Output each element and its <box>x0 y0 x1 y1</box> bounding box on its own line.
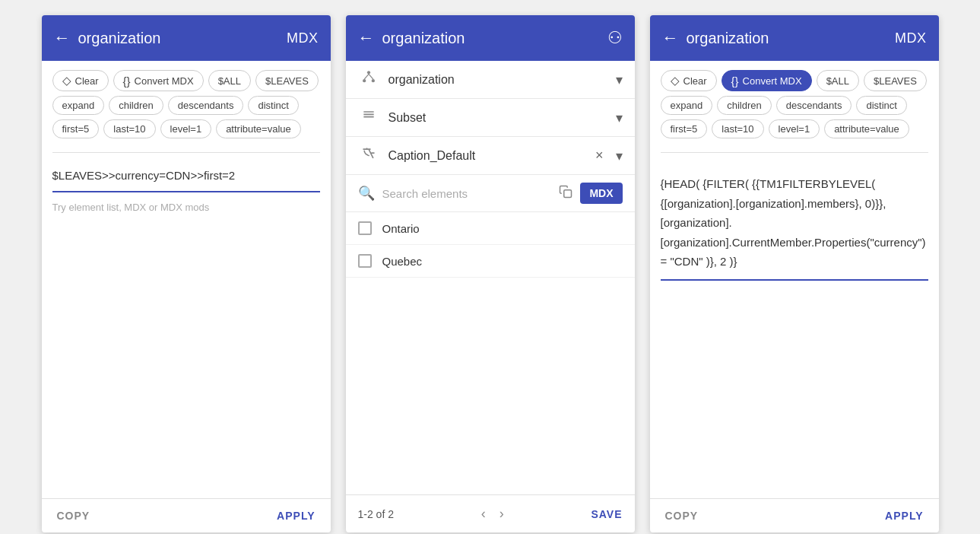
first-chip[interactable]: first=5 <box>52 119 100 138</box>
expand-chip[interactable]: expand <box>52 96 105 115</box>
right-first-chip[interactable]: first=5 <box>661 119 708 138</box>
hierarchy-icon: ⚇ <box>607 28 623 48</box>
right-divider <box>661 152 928 153</box>
subset-label: Subset <box>389 111 607 125</box>
left-mdx-label: MDX <box>287 30 319 46</box>
children-chip[interactable]: children <box>109 96 163 115</box>
right-eraser-icon: ◇ <box>671 74 680 87</box>
middle-panel-footer: 1-2 of 2 ‹ › SAVE <box>346 494 635 532</box>
braces-icon: {} <box>123 75 131 87</box>
descendants-chip[interactable]: descendants <box>168 96 244 115</box>
dimension-select-row[interactable]: organization ▾ <box>346 61 635 99</box>
prev-page-button[interactable]: ‹ <box>477 504 490 523</box>
pagination-controls: ‹ › <box>477 504 509 523</box>
right-panel-footer: COPY APPLY <box>650 498 939 532</box>
middle-panel-title: organization <box>382 30 607 47</box>
caption-select-row[interactable]: Caption_Default × ▾ <box>346 137 635 175</box>
left-copy-button[interactable]: COPY <box>57 510 90 522</box>
list-item: Ontario <box>346 212 635 245</box>
attribute-chip[interactable]: attribute=value <box>216 119 301 138</box>
subset-row-icon <box>358 108 379 127</box>
mdx-button[interactable]: MDX <box>580 183 622 204</box>
left-mdx-content: $LEAVES>>currency=CDN>>first=2 Try eleme… <box>52 159 320 489</box>
middle-panel: ← organization ⚇ organization ▾ Subset ▾ <box>346 15 635 532</box>
leaves-chip[interactable]: $LEAVES <box>255 70 319 91</box>
search-icon: 🔍 <box>358 185 375 202</box>
svg-point-1 <box>363 79 366 82</box>
right-panel: ← organization MDX ◇ Clear {} Convert MD… <box>650 15 939 532</box>
right-mdx-label: MDX <box>895 30 927 46</box>
right-mdx-text: {HEAD( {FILTER( {{TM1FILTERBYLEVEL( {[or… <box>661 167 928 281</box>
right-level-chip[interactable]: level=1 <box>769 119 820 138</box>
right-descendants-chip[interactable]: descendants <box>776 96 852 115</box>
right-clear-chip[interactable]: ◇ Clear <box>661 70 717 91</box>
right-last-chip[interactable]: last=10 <box>712 119 763 138</box>
caption-arrow: ▾ <box>616 148 623 164</box>
convert-mdx-chip[interactable]: {} Convert MDX <box>113 70 204 91</box>
left-panel-footer: COPY APPLY <box>42 498 331 532</box>
quebec-checkbox[interactable] <box>358 254 372 268</box>
left-apply-button[interactable]: APPLY <box>277 510 315 522</box>
svg-point-2 <box>371 79 374 82</box>
caption-label: Caption_Default <box>389 149 586 163</box>
left-divider <box>52 152 320 153</box>
pagination-info: 1-2 of 2 <box>358 508 394 520</box>
left-panel-body: ◇ Clear {} Convert MDX $ALL $LEAVES expa… <box>42 61 331 498</box>
all-chip[interactable]: $ALL <box>208 70 251 91</box>
middle-back-arrow[interactable]: ← <box>358 28 375 48</box>
ontario-checkbox[interactable] <box>358 221 372 235</box>
hint-text: Try element list, MDX or MDX mods <box>52 200 320 216</box>
last-chip[interactable]: last=10 <box>103 119 155 138</box>
right-distinct-chip[interactable]: distinct <box>856 96 906 115</box>
right-panel-body: ◇ Clear {} Convert MDX $ALL $LEAVES expa… <box>650 61 939 498</box>
translate-row-icon <box>358 146 379 165</box>
left-panel: ← organization MDX ◇ Clear {} Convert MD… <box>42 15 331 532</box>
right-all-chip[interactable]: $ALL <box>817 70 859 91</box>
dimension-label: organization <box>389 73 607 87</box>
left-panel-title: organization <box>78 30 287 47</box>
copy-icon[interactable] <box>559 185 572 202</box>
search-input[interactable] <box>382 187 552 200</box>
right-expand-chip[interactable]: expand <box>661 96 713 115</box>
next-page-button[interactable]: › <box>495 504 509 523</box>
panels-container: ← organization MDX ◇ Clear {} Convert MD… <box>42 15 939 532</box>
right-toolbar: ◇ Clear {} Convert MDX $ALL $LEAVES expa… <box>661 70 928 138</box>
subset-arrow: ▾ <box>616 110 623 126</box>
right-attribute-chip[interactable]: attribute=value <box>824 119 909 138</box>
middle-panel-body: organization ▾ Subset ▾ Caption_Default … <box>346 61 635 494</box>
right-copy-button[interactable]: COPY <box>665 510 699 522</box>
ontario-label: Ontario <box>382 222 420 235</box>
caption-clear-icon[interactable]: × <box>595 148 604 164</box>
hierarchy-row-icon <box>358 70 379 89</box>
right-braces-icon: {} <box>731 75 739 87</box>
eraser-icon: ◇ <box>62 74 71 87</box>
clear-chip[interactable]: ◇ Clear <box>52 70 109 91</box>
right-convert-mdx-chip[interactable]: {} Convert MDX <box>722 70 812 91</box>
right-panel-title: organization <box>687 30 896 47</box>
svg-line-3 <box>364 74 369 79</box>
quebec-label: Quebec <box>382 255 423 268</box>
middle-panel-header: ← organization ⚇ <box>346 15 635 61</box>
list-item: Quebec <box>346 245 635 278</box>
save-button[interactable]: SAVE <box>591 508 622 520</box>
right-children-chip[interactable]: children <box>717 96 772 115</box>
right-mdx-content: {HEAD( {FILTER( {{TM1FILTERBYLEVEL( {[or… <box>661 159 928 489</box>
right-apply-button[interactable]: APPLY <box>885 510 923 522</box>
svg-line-4 <box>369 74 373 79</box>
left-back-arrow[interactable]: ← <box>54 28 71 48</box>
search-row: 🔍 MDX <box>346 175 635 212</box>
subset-select-row[interactable]: Subset ▾ <box>346 99 635 137</box>
svg-rect-8 <box>564 189 572 197</box>
right-back-arrow[interactable]: ← <box>662 28 679 48</box>
left-panel-header: ← organization MDX <box>42 15 331 61</box>
distinct-chip[interactable]: distinct <box>248 96 298 115</box>
dimension-arrow: ▾ <box>616 72 623 88</box>
right-leaves-chip[interactable]: $LEAVES <box>864 70 927 91</box>
left-toolbar: ◇ Clear {} Convert MDX $ALL $LEAVES expa… <box>52 70 320 138</box>
right-panel-header: ← organization MDX <box>650 15 939 61</box>
level-chip[interactable]: level=1 <box>160 119 212 138</box>
svg-point-0 <box>366 71 369 74</box>
